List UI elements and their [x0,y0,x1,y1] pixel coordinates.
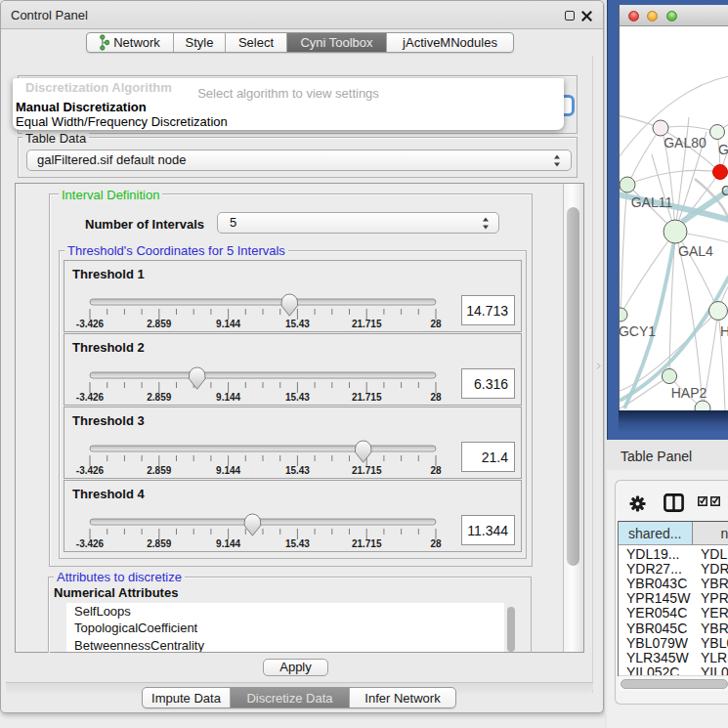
svg-text:15.43: 15.43 [285,465,310,476]
svg-text:GAL11: GAL11 [631,194,673,210]
svg-text:CYC: CYC [721,183,728,198]
svg-text:28: 28 [430,465,442,476]
svg-text:9.144: 9.144 [216,392,240,403]
svg-text:21.715: 21.715 [352,392,382,403]
svg-text:2.859: 2.859 [147,465,171,476]
svg-text:GAL: GAL [718,142,728,157]
svg-text:-3.426: -3.426 [76,465,105,476]
svg-text:21.715: 21.715 [352,319,382,329]
svg-text:9.144: 9.144 [216,319,240,329]
svg-text:28: 28 [430,319,442,329]
svg-text:-3.426: -3.426 [76,319,105,329]
svg-text:15.43: 15.43 [285,319,310,329]
svg-text:21.715: 21.715 [352,465,382,476]
svg-text:2.859: 2.859 [147,392,171,403]
svg-text:28: 28 [430,538,442,549]
svg-text:21.715: 21.715 [352,538,382,549]
svg-text:HAP2: HAP2 [671,385,707,401]
svg-text:9.144: 9.144 [216,538,240,549]
svg-text:GCY1: GCY1 [620,323,656,339]
svg-text:15.43: 15.43 [285,392,310,403]
svg-text:GAL80: GAL80 [664,135,707,150]
svg-text:-3.426: -3.426 [76,392,105,403]
svg-text:2.859: 2.859 [147,538,171,549]
svg-text:HIS: HIS [720,323,728,339]
svg-text:-3.426: -3.426 [76,538,105,549]
svg-text:28: 28 [430,392,442,403]
svg-text:9.144: 9.144 [216,465,240,476]
svg-text:15.43: 15.43 [285,538,310,549]
svg-text:2.859: 2.859 [147,319,171,329]
svg-text:GAL4: GAL4 [678,243,713,259]
